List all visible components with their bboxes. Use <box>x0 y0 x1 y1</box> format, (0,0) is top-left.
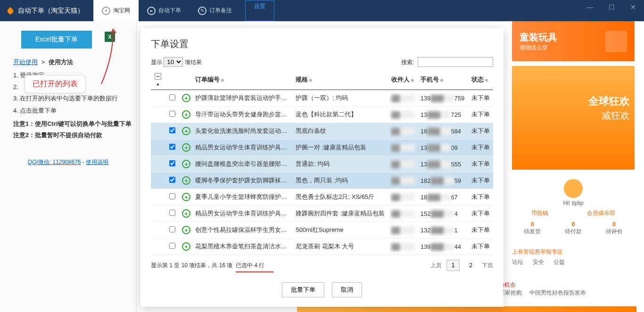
table-row[interactable]: +花梨黑檀木养壶笔扫茶盘清洁水洗…尼龙茶刷 花梨木 大号██139███44未下… <box>151 238 493 255</box>
minimize-button[interactable]: — <box>579 0 601 14</box>
row-checkbox[interactable] <box>169 226 175 232</box>
expand-icon[interactable]: + <box>182 94 190 102</box>
next-page[interactable]: 下页 <box>482 262 493 270</box>
member-link[interactable]: 会员俱乐部 <box>587 209 615 217</box>
cell-status: 未下单 <box>470 123 493 140</box>
cell-order: 精品男女运动学生体育训练护具骨… <box>193 140 294 156</box>
maximize-button[interactable]: ☐ <box>601 0 622 14</box>
note-1: 注意1：使用Ctrl键可以切换单个与批量下单 <box>13 120 136 128</box>
excel-icon[interactable] <box>105 32 115 42</box>
expand-icon[interactable]: + <box>182 143 190 152</box>
help-link[interactable]: 使用说明 <box>86 159 108 165</box>
row-checkbox[interactable] <box>169 111 175 117</box>
expand-icon[interactable]: + <box>182 110 190 119</box>
cell-spec: 护踝（一双）; 均码 <box>294 90 389 107</box>
banner-strip <box>297 306 636 312</box>
table-row[interactable]: +创意个性易拉罐保温杯学生男女情…500ml红Supreme██132███1未… <box>151 222 493 238</box>
expand-icon[interactable]: + <box>182 176 190 185</box>
excel-batch-button[interactable]: Excel批量下单 <box>21 31 92 49</box>
row-checkbox[interactable] <box>169 127 175 133</box>
note-icon: ✎ <box>198 7 206 15</box>
row-checkbox[interactable] <box>169 94 175 100</box>
cell-order: 创意个性易拉罐保温杯学生男女情… <box>193 222 294 238</box>
footer-links: 论坛 安全 公益 <box>512 258 635 266</box>
sidebar-links: QQ/微信: 112908676 - 使用说明 <box>0 158 136 166</box>
table-row[interactable]: +护踝薄款篮球护具套装运动护手掌…护踝（一双）; 均码██139███759未下… <box>151 90 493 107</box>
cell-recipient: ██ <box>389 222 419 238</box>
cell-order: 花梨黑檀木养壶笔扫茶盘清洁水洗… <box>193 238 294 255</box>
cell-phone: 13███725 <box>419 107 470 123</box>
table-info: 显示第 1 至 10 项结果，共 16 项 已选中 4 行 <box>151 262 264 270</box>
expand-icon[interactable]: + <box>182 160 190 168</box>
page-1[interactable]: 1 <box>446 260 460 271</box>
selected-count: 已选中 4 行 <box>236 262 264 269</box>
expand-icon[interactable]: + <box>182 127 190 135</box>
page-2[interactable]: 2 <box>464 260 477 271</box>
row-checkbox[interactable] <box>169 243 175 249</box>
greeting: Hi! tiplip <box>512 200 635 206</box>
cell-order: 腰间盘腰椎盘突出牵引器垫腰部劳… <box>193 156 294 172</box>
row-checkbox[interactable] <box>169 160 175 166</box>
row-checkbox[interactable] <box>169 177 175 183</box>
col-spec[interactable]: 规格◆ <box>294 70 389 90</box>
report-link[interactable]: 上有害信息举报专区 <box>512 245 635 259</box>
expand-icon[interactable]: + <box>182 209 190 218</box>
batch-order-button[interactable]: 批量下单 <box>282 282 324 297</box>
pending-pay[interactable]: 0待付款 <box>565 221 582 236</box>
titlebar: 自动下单（淘宝天猫） ✦淘宝网 ▸自动下单 ✎订单备注 设置 — ☐ ✕ <box>0 0 644 21</box>
search-input[interactable] <box>418 57 493 67</box>
cell-spec: 500ml红Supreme <box>294 222 389 238</box>
page-length-select[interactable]: 10 <box>164 57 183 67</box>
cell-recipient: ██ <box>389 156 419 172</box>
col-orderno[interactable]: 订单编号◆ <box>193 70 294 90</box>
col-phone[interactable]: 手机号◆ <box>419 70 470 90</box>
col-recipient[interactable]: 收件人◆ <box>389 70 419 90</box>
promo-banner[interactable]: 全球狂欢 减狂欢 <box>512 66 635 170</box>
settings-button[interactable]: 设置 <box>245 0 274 21</box>
charity-link[interactable]: 公益 <box>553 258 565 266</box>
row-checkbox[interactable] <box>169 144 175 150</box>
breadcrumb: 开始使用 > 使用方法 <box>13 58 136 66</box>
table-row[interactable]: +导汗带运动头带男女健身跑步篮球…蓝色【科比款第二代】██13███725未下单 <box>151 107 493 123</box>
orders-table: − ▲ 订单编号◆ 规格◆ 收件人◆ 手机号◆ 状态◆ +护踝薄款篮球护具套装运… <box>151 70 493 255</box>
callout-opened-list: 已打开的列表 <box>25 75 86 93</box>
tab-auto-order[interactable]: ▸自动下单 <box>139 0 190 21</box>
prev-page[interactable]: 上页 <box>430 262 442 270</box>
table-row[interactable]: +夏季儿童小学生篮球蜂窝防撞护臂…黑色勇士队标志2只; XS/65斤██18██… <box>151 189 493 205</box>
toy-card[interactable]: 童装玩具 潮潮这么穿 <box>512 21 635 61</box>
table-row[interactable]: +精品男女运动学生体育训练护具骨…护腕一对 ;健康蓝精品包装██13███09未… <box>151 140 493 156</box>
globe-icon: ✦ <box>102 7 110 15</box>
tab-taobao[interactable]: ✦淘宝网 <box>93 0 139 21</box>
table-row[interactable]: +头套化妆洗漱洗脸时尚发套运动发…黑底白条纹██18███584未下单 <box>151 123 493 140</box>
safety-link[interactable]: 安全 <box>533 258 544 266</box>
annotation-underline <box>236 271 273 272</box>
cell-recipient: ██ <box>389 189 419 205</box>
step-3: 3. 在打开的列表中勾选要下单的数据行 <box>13 92 136 105</box>
search-label: 搜索: <box>401 59 414 66</box>
user-box: Hi! tiplip 币抵钱 会员俱乐部 0待发货 0待付款 0待评价 <box>512 174 635 240</box>
row-checkbox[interactable] <box>169 193 175 199</box>
close-button[interactable]: ✕ <box>622 0 644 14</box>
expand-icon[interactable]: + <box>182 226 190 234</box>
cell-spec: 普通款; 均码 <box>294 156 389 172</box>
cell-status: 未下单 <box>470 172 493 189</box>
forum-link[interactable]: 论坛 <box>512 258 523 266</box>
collapse-all-button[interactable]: − <box>155 73 161 80</box>
qq-link[interactable]: QQ/微信: 112908676 <box>28 159 81 165</box>
avatar-icon <box>564 179 583 198</box>
expand-icon[interactable]: + <box>182 242 190 251</box>
expand-icon[interactable]: + <box>182 193 190 201</box>
cell-recipient: ██ <box>389 238 419 255</box>
cancel-button[interactable]: 取消 <box>332 282 362 297</box>
table-row[interactable]: +精品男女运动学生体育训练护具骨…膝踝腕肘四件套 ;健康蓝精品包装██152██… <box>151 205 493 222</box>
cell-phone: 13███555 <box>419 156 470 172</box>
crumb-start[interactable]: 开始使用 <box>13 58 38 66</box>
pending-ship[interactable]: 0待发货 <box>524 221 541 236</box>
coin-link[interactable]: 币抵钱 <box>531 209 548 217</box>
tab-order-remark[interactable]: ✎订单备注 <box>190 0 240 21</box>
row-checkbox[interactable] <box>169 210 175 216</box>
pending-review[interactable]: 0待评价 <box>606 221 623 236</box>
table-row[interactable]: +腰间盘腰椎盘突出牵引器垫腰部劳…普通款; 均码██13███555未下单 <box>151 156 493 172</box>
col-status[interactable]: 状态◆ <box>470 70 493 90</box>
table-row[interactable]: +暖脚冬季保护套护踝女防脚踝袜加…黑色，两只装 ;均码██182███59未下单 <box>151 172 493 189</box>
